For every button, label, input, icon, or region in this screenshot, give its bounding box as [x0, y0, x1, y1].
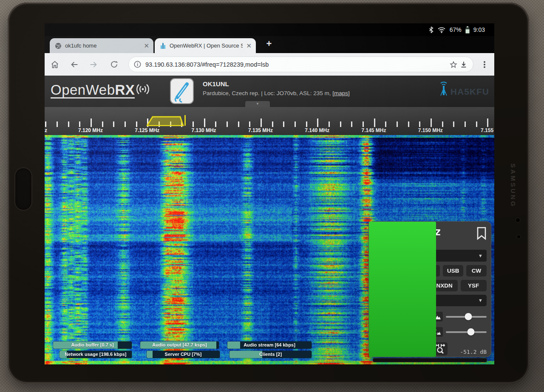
scale-label: 7.140 MHz: [305, 127, 329, 133]
passband-indicator[interactable]: [147, 116, 187, 126]
browser-tab-inactive[interactable]: ok1ufc home ✕: [50, 38, 153, 53]
samsung-logo: SAMSUNG: [510, 164, 517, 208]
waterfall-min-slider[interactable]: [446, 327, 487, 337]
scale-tick: [261, 118, 262, 127]
scale-label: 7.130 MHz: [192, 127, 216, 133]
forward-arrow-icon: [89, 60, 98, 69]
scale-tick: [238, 121, 239, 127]
scale-tick: [397, 121, 398, 127]
scale-label: 7.135 MHz: [248, 127, 273, 133]
signal-db-reading: -51.2 dB: [460, 349, 487, 355]
scale-tick: [79, 121, 80, 127]
scale-tick: [465, 121, 466, 127]
bookmark-star-button[interactable]: [448, 59, 459, 70]
scale-tick: [351, 121, 352, 127]
scale-tick: [125, 121, 126, 127]
scale-tick: [408, 121, 409, 127]
bar-label: Audio stream [64 kbps]: [227, 341, 312, 349]
url-text[interactable]: 93.190.63.136:8073/#freq=7128239,mod=lsb: [145, 61, 448, 68]
club-name: HA5KFU: [450, 87, 489, 97]
tab-close-icon[interactable]: ✕: [243, 42, 252, 50]
browser-menu-button[interactable]: [479, 59, 490, 70]
scale-tick: [317, 118, 318, 127]
tablet-device: SAMSUNG 67% 9:03: [8, 3, 529, 384]
photo-background: SAMSUNG 67% 9:03: [0, 0, 544, 392]
bluetooth-icon: [429, 26, 434, 33]
antenna-waves-icon: [136, 82, 150, 97]
chevron-down-icon: ▼: [478, 298, 483, 303]
download-button[interactable]: [459, 59, 469, 70]
tablet-side-button[interactable]: [15, 168, 31, 210]
status-bar-audio-output: Audio output [47.7 ksps]: [140, 341, 219, 349]
scale-label: 7.150 MHz: [418, 127, 443, 133]
forward-button[interactable]: [88, 59, 99, 70]
scale-label: 7.145 MHz: [361, 127, 386, 133]
header-collapse-button[interactable]: ▼: [245, 101, 270, 107]
scale-tick: [136, 121, 137, 127]
scale-tick: [249, 121, 250, 127]
address-bar[interactable]: 93.190.63.136:8073/#freq=7128239,mod=lsb: [128, 56, 473, 72]
club-logo: HA5KFU: [438, 80, 489, 97]
home-button[interactable]: [50, 59, 60, 70]
bar-label: Audio buffer [0.7 s]: [53, 341, 132, 349]
tab-close-icon[interactable]: ✕: [140, 42, 149, 50]
scale-tick: [283, 121, 284, 127]
mode-button-ysf[interactable]: YSF: [461, 280, 487, 291]
status-bar-server-cpu: Server CPU [7%]: [147, 351, 220, 358]
status-bar-network-usage: Network usage [198.6 kbps]: [60, 351, 132, 358]
back-arrow-icon: [70, 60, 79, 69]
openwebrx-logo[interactable]: OpenWebRX: [51, 82, 150, 99]
scale-tick: [340, 121, 341, 127]
new-tab-button[interactable]: +: [262, 37, 276, 51]
status-bar-audio-stream: Audio stream [64 kbps]: [227, 341, 312, 349]
receiver-panel: 7,1282 MHz 7,1282 MHz Airspy HF+ 40m ▼ F…: [369, 222, 491, 357]
scale-tick: [363, 121, 364, 127]
scale-tick: [431, 118, 432, 127]
scale-tick: [306, 121, 307, 127]
scale-tick: [295, 121, 296, 127]
scale-tick: [374, 118, 375, 127]
scale-label: 7.155: [481, 127, 493, 133]
station-callsign: OK1UNL: [203, 80, 350, 87]
mode-button-usb[interactable]: USB: [443, 265, 463, 276]
scale-label-partial: z: [45, 127, 47, 133]
bar-label: Clients [2]: [230, 351, 312, 358]
scale-tick: [45, 121, 46, 127]
android-status-bar: 67% 9:03: [45, 23, 494, 36]
waterfall-max-slider[interactable]: [446, 312, 487, 321]
openwebrx-header: OpenWebRX OK1UNL Pardu: [45, 76, 494, 107]
scale-tick: [68, 121, 69, 127]
bar-label: Network usage [198.6 kbps]: [60, 351, 132, 358]
kebab-menu-icon: [481, 60, 488, 69]
scale-label: 7.120 MHz: [78, 127, 103, 133]
browser-tab-active[interactable]: OpenWebRX | Open Source S ✕: [155, 38, 256, 53]
clock: 9:03: [473, 26, 485, 33]
browser-toolbar: 93.190.63.136:8073/#freq=7128239,mod=lsb: [45, 53, 494, 76]
tab-title: ok1ufc home: [65, 42, 140, 49]
maps-link[interactable]: [maps]: [332, 90, 350, 96]
status-bar-clients: Clients [2]: [230, 351, 312, 358]
scale-tick: [442, 121, 443, 127]
globe-favicon: [55, 42, 62, 49]
scale-tick: [227, 121, 228, 127]
bar-label: Server CPU [7%]: [147, 351, 220, 358]
scale-tick: [487, 118, 488, 127]
scale-tick: [329, 121, 330, 127]
scale-label: 7.125 MHz: [135, 127, 159, 133]
page-info-icon[interactable]: [134, 61, 141, 68]
device-brand: SAMSUNG: [507, 151, 517, 220]
scale-tick: [193, 121, 194, 127]
scale-tick: [419, 121, 420, 127]
frequency-scale[interactable]: z 7.120 MHz7.125 MHz7.130 MHz7.135 MHz7.…: [45, 107, 494, 135]
ha5kfu-tower-icon: [438, 80, 450, 97]
chevron-down-icon: ▼: [478, 253, 483, 258]
tuning-carrier-line[interactable]: [184, 115, 186, 126]
scale-tick: [113, 121, 114, 127]
back-button[interactable]: [69, 59, 79, 70]
bookmark-button[interactable]: [476, 227, 487, 242]
signal-meter: [373, 358, 487, 362]
scale-tick: [102, 121, 103, 127]
reload-button[interactable]: [109, 59, 119, 70]
mode-button-cw[interactable]: CW: [466, 265, 487, 276]
scale-tick: [453, 121, 454, 127]
